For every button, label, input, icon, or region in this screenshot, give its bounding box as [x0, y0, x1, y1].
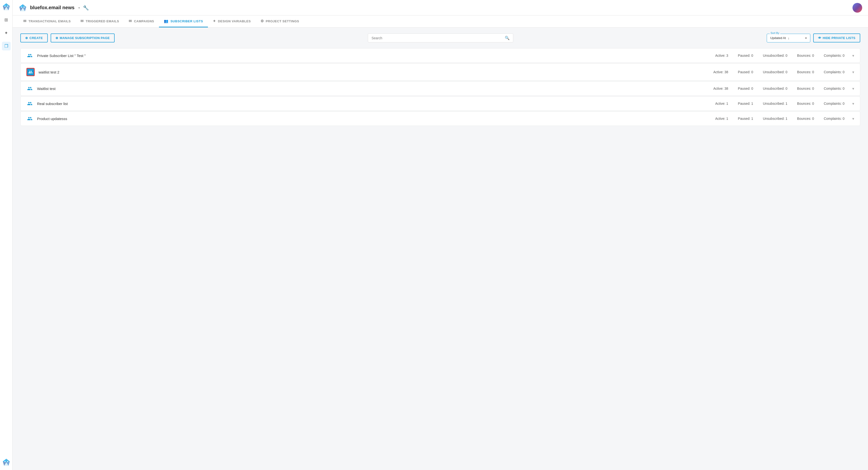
list-item-highlighted-icon: [26, 68, 35, 76]
list-item-unsubscribed: Unsubscribed: 0: [763, 54, 787, 57]
list-item-complaints: Complaints: 0: [824, 54, 844, 57]
svg-point-13: [7, 461, 8, 462]
app-title-dropdown-icon[interactable]: ▾: [78, 6, 80, 10]
hide-private-icon: 👁: [818, 36, 821, 40]
user-avatar[interactable]: [852, 3, 862, 12]
search-wrapper: 🔍: [368, 33, 513, 42]
list-item[interactable]: Product updatesss Active: 1 Paused: 1 Un…: [20, 111, 860, 126]
list-item-complaints: Complaints: 0: [824, 101, 844, 106]
tab-subscriber-lists[interactable]: 👥 SUBSCRIBER LISTS: [159, 16, 208, 27]
design-tab-icon: ✦: [213, 19, 216, 23]
list-item-active: Active: 1: [715, 117, 728, 120]
list-item[interactable]: waitlist test 2 Active: 38 Paused: 0 Uns…: [20, 63, 860, 81]
sort-by-label: Sort By: [770, 32, 780, 34]
create-button[interactable]: ⊕ CREATE: [20, 33, 48, 42]
sidebar: ⊞ ✦ ❐: [0, 0, 12, 470]
header: bluefox.email news ▾ 🔧: [12, 0, 868, 16]
list-item-icon: [26, 116, 33, 121]
svg-point-6: [7, 6, 8, 7]
sort-value-label: Updated At: [770, 36, 786, 40]
content-area: ⊕ CREATE ⊕ MANAGE SUBSCRIPTION PAGE 🔍 So…: [12, 28, 868, 470]
list-item-expand-icon[interactable]: ▾: [852, 53, 854, 58]
list-item-active: Active: 38: [713, 70, 728, 74]
list-item-icon: [26, 101, 33, 106]
tab-transactional-label: TRANSACTIONAL EMAILS: [29, 20, 71, 23]
list-item-active: Active: 38: [713, 87, 728, 90]
svg-point-19: [21, 6, 22, 8]
create-label: CREATE: [30, 36, 43, 40]
list-item-complaints: Complaints: 0: [824, 70, 844, 74]
sort-select-dropdown[interactable]: Updated At ↓ ▾: [767, 34, 810, 42]
list-item-paused: Paused: 1: [738, 117, 753, 120]
tab-campaigns[interactable]: ✉ CAMPAIGNS: [124, 16, 159, 27]
list-item-paused: Paused: 0: [738, 54, 753, 57]
sidebar-tool-icon[interactable]: ✦: [2, 29, 11, 37]
tab-transactional[interactable]: ✉ TRANSACTIONAL EMAILS: [19, 16, 75, 27]
list-item-bounces: Bounces: 0: [797, 70, 814, 74]
tab-triggered[interactable]: ✉ TRIGGERED EMAILS: [75, 16, 124, 27]
list-item-name: Private Subscriber List " Test ": [37, 54, 711, 58]
list-item-unsubscribed: Unsubscribed: 1: [763, 117, 787, 120]
search-input[interactable]: [371, 36, 503, 40]
list-item-paused: Paused: 0: [738, 87, 753, 90]
list-item-expand-icon[interactable]: ▾: [852, 101, 854, 106]
list-item-name: Product updatesss: [37, 117, 711, 121]
manage-icon: ⊕: [56, 36, 58, 40]
tab-design-label: DESIGN VARIABLES: [218, 20, 251, 23]
manage-subscription-button[interactable]: ⊕ MANAGE SUBSCRIPTION PAGE: [51, 33, 115, 42]
svg-point-20: [24, 6, 25, 8]
list-item-bounces: Bounces: 0: [797, 117, 814, 120]
list-item-bounces: Bounces: 0: [797, 54, 814, 57]
list-item-bounces: Bounces: 0: [797, 101, 814, 106]
subscriber-lists-container: Private Subscriber List " Test " Active:…: [20, 48, 860, 126]
manage-label: MANAGE SUBSCRIPTION PAGE: [60, 36, 110, 40]
hide-private-lists-button[interactable]: 👁 HIDE PRIVATE LISTS: [813, 33, 860, 42]
list-item-icon: [26, 53, 33, 58]
list-item-stats: Active: 3 Paused: 0 Unsubscribed: 0 Boun…: [715, 54, 844, 57]
list-item-active: Active: 1: [715, 101, 728, 106]
list-item-stats: Active: 1 Paused: 1 Unsubscribed: 1 Boun…: [715, 117, 844, 120]
list-item-bounces: Bounces: 0: [797, 87, 814, 90]
tab-design-variables[interactable]: ✦ DESIGN VARIABLES: [208, 16, 256, 27]
list-item[interactable]: Private Subscriber List " Test " Active:…: [20, 48, 860, 63]
tab-campaigns-label: CAMPAIGNS: [134, 20, 154, 23]
hide-private-label: HIDE PRIVATE LISTS: [823, 36, 856, 40]
triggered-tab-icon: ✉: [81, 19, 84, 23]
tab-triggered-label: TRIGGERED EMAILS: [86, 20, 119, 23]
list-item-complaints: Complaints: 0: [824, 87, 844, 90]
list-item-stats: Active: 38 Paused: 0 Unsubscribed: 0 Bou…: [713, 87, 844, 90]
nav-tabs: ✉ TRANSACTIONAL EMAILS ✉ TRIGGERED EMAIL…: [12, 16, 868, 28]
list-item[interactable]: Real subscriber list Active: 1 Paused: 1…: [20, 96, 860, 111]
sort-wrapper: Sort By Updated At ↓ ▾: [767, 34, 810, 42]
list-item-expand-icon[interactable]: ▾: [852, 86, 854, 91]
sidebar-grid-icon[interactable]: ⊞: [2, 16, 11, 24]
list-item-expand-icon[interactable]: ▾: [852, 70, 854, 75]
transactional-tab-icon: ✉: [23, 19, 27, 23]
header-left: bluefox.email news ▾ 🔧: [19, 3, 89, 12]
list-item-icon: [26, 86, 33, 91]
list-item-complaints: Complaints: 0: [824, 117, 844, 120]
list-item-expand-icon[interactable]: ▾: [852, 116, 854, 121]
app-logo-icon: [19, 3, 27, 12]
list-item-unsubscribed: Unsubscribed: 1: [763, 101, 787, 106]
list-item[interactable]: Waitlist test Active: 38 Paused: 0 Unsub…: [20, 81, 860, 96]
svg-point-12: [4, 461, 6, 462]
sidebar-copy-icon[interactable]: ❐: [2, 42, 11, 51]
header-wrench-icon[interactable]: 🔧: [83, 5, 89, 11]
campaigns-tab-icon: ✉: [129, 19, 132, 23]
tab-settings-label: PROJECT SETTINGS: [266, 20, 299, 23]
list-item-paused: Paused: 0: [738, 70, 753, 74]
search-icon: 🔍: [505, 36, 509, 40]
app-title: bluefox.email news: [30, 5, 74, 10]
list-item-unsubscribed: Unsubscribed: 0: [763, 70, 787, 74]
list-item-name: Real subscriber list: [37, 101, 711, 106]
svg-point-5: [4, 6, 6, 7]
list-item-stats: Active: 1 Paused: 1 Unsubscribed: 1 Boun…: [715, 101, 844, 106]
sidebar-logo: [2, 2, 11, 11]
subscriber-tab-icon: 👥: [164, 19, 169, 23]
list-item-active: Active: 3: [715, 54, 728, 57]
list-item-unsubscribed: Unsubscribed: 0: [763, 87, 787, 90]
tab-subscriber-label: SUBSCRIBER LISTS: [170, 20, 203, 23]
tab-project-settings[interactable]: ⚙ PROJECT SETTINGS: [256, 16, 304, 27]
settings-tab-icon: ⚙: [260, 19, 264, 23]
